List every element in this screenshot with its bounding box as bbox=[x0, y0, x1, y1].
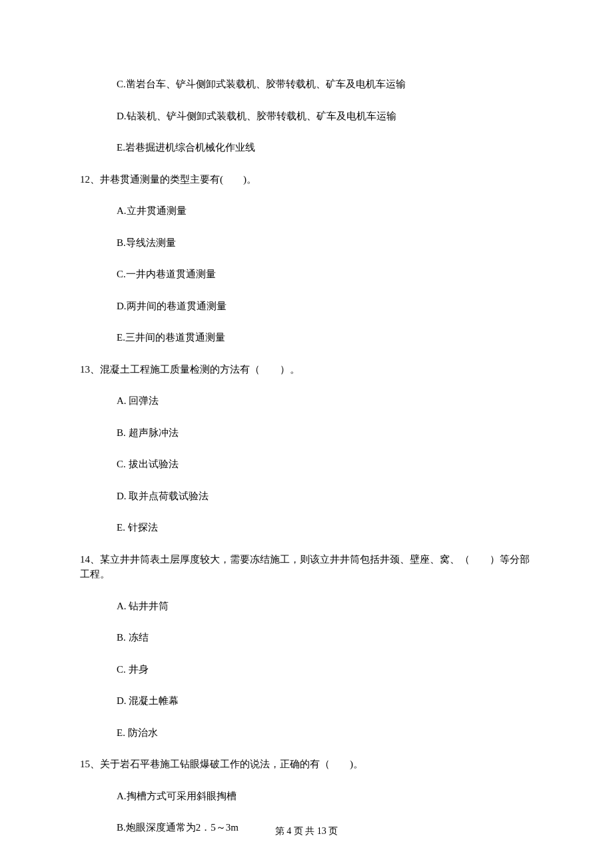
option-e: E.三井间的巷道贯通测量 bbox=[117, 330, 533, 345]
option-a: A. 回弹法 bbox=[117, 393, 533, 409]
option-e: E. 针探法 bbox=[117, 520, 533, 535]
option-a: A.立井贯通测量 bbox=[117, 203, 533, 219]
option-c: C.一井内巷道贯通测量 bbox=[117, 267, 533, 282]
question-11-tail: C.凿岩台车、铲斗侧卸式装载机、胶带转载机、矿车及电机车运输 D.钻装机、铲斗侧… bbox=[80, 77, 533, 155]
option-d: D.钻装机、铲斗侧卸式装载机、胶带转载机、矿车及电机车运输 bbox=[117, 109, 533, 124]
option-b: B.导线法测量 bbox=[117, 235, 533, 251]
question-stem: 14、某立井井筒表土层厚度较大，需要冻结施工，则该立井井筒包括井颈、壁座、窝、（… bbox=[80, 552, 533, 582]
option-c: C.凿岩台车、铲斗侧卸式装载机、胶带转载机、矿车及电机车运输 bbox=[117, 77, 533, 92]
page: C.凿岩台车、铲斗侧卸式装载机、胶带转载机、矿车及电机车运输 D.钻装机、铲斗侧… bbox=[0, 0, 613, 868]
question-15: 15、关于岩石平巷施工钻眼爆破工作的说法，正确的有（ )。 A.掏槽方式可采用斜… bbox=[80, 757, 533, 835]
question-stem: 13、混凝土工程施工质量检测的方法有（ ）。 bbox=[80, 362, 533, 377]
question-13: 13、混凝土工程施工质量检测的方法有（ ）。 A. 回弹法 B. 超声脉冲法 C… bbox=[80, 362, 533, 535]
option-c: C. 井身 bbox=[117, 662, 533, 677]
option-a: A. 钻井井筒 bbox=[117, 599, 533, 614]
option-e: E. 防治水 bbox=[117, 725, 533, 741]
option-e: E.岩巷掘进机综合机械化作业线 bbox=[117, 140, 533, 155]
option-d: D. 取并点荷载试验法 bbox=[117, 489, 533, 504]
option-d: D.两井间的巷道贯通测量 bbox=[117, 299, 533, 314]
page-footer: 第 4 页 共 13 页 bbox=[0, 824, 613, 838]
option-b: B. 超声脉冲法 bbox=[117, 425, 533, 441]
option-a: A.掏槽方式可采用斜眼掏槽 bbox=[117, 789, 533, 804]
option-d: D. 混凝土帷幕 bbox=[117, 693, 533, 709]
question-stem: 15、关于岩石平巷施工钻眼爆破工作的说法，正确的有（ )。 bbox=[80, 757, 533, 772]
question-stem: 12、井巷贯通测量的类型主要有( )。 bbox=[80, 172, 533, 187]
option-b: B. 冻结 bbox=[117, 630, 533, 645]
option-c: C. 拔出试验法 bbox=[117, 457, 533, 472]
question-14: 14、某立井井筒表土层厚度较大，需要冻结施工，则该立井井筒包括井颈、壁座、窝、（… bbox=[80, 552, 533, 741]
question-12: 12、井巷贯通测量的类型主要有( )。 A.立井贯通测量 B.导线法测量 C.一… bbox=[80, 172, 533, 345]
